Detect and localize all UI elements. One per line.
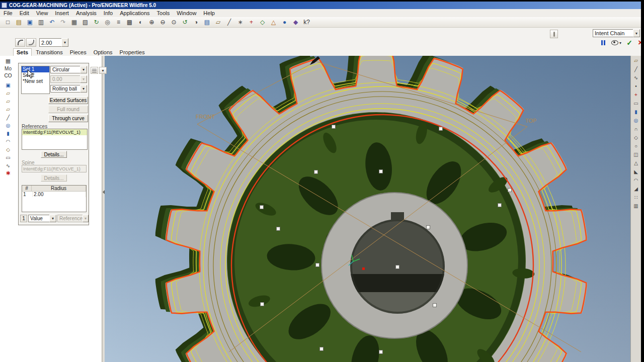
menu-applications[interactable]: Applications bbox=[116, 10, 153, 17]
blend-tool-icon[interactable]: ◇ bbox=[632, 134, 640, 142]
references-list[interactable]: IntentEdg:F11(REVOLVE_1) bbox=[22, 129, 88, 150]
zoom-in-icon[interactable]: ⊕ bbox=[147, 18, 156, 27]
draft-tool-icon[interactable]: ◣ bbox=[632, 168, 640, 176]
extend-surfaces-button[interactable]: Extend Surfaces bbox=[48, 97, 88, 104]
tree-datum-axis-icon[interactable]: ╱ bbox=[7, 113, 10, 121]
tab-options[interactable]: Options bbox=[91, 49, 116, 56]
menu-window[interactable]: Window bbox=[173, 10, 200, 17]
model-tree-grid-icon[interactable]: ▦ bbox=[6, 58, 11, 66]
model-display-icon[interactable]: ● bbox=[280, 18, 289, 27]
tab-properties[interactable]: Properties bbox=[117, 49, 148, 56]
section-shape-select[interactable]: Circular ▾ bbox=[50, 66, 87, 73]
tree-part-icon[interactable]: ▣ bbox=[6, 81, 10, 89]
radius-row-value[interactable]: 2.00 bbox=[33, 192, 86, 197]
layers-icon[interactable]: ▤ bbox=[202, 18, 212, 27]
pattern-tool-icon[interactable]: ∷ bbox=[632, 194, 640, 202]
hole-tool-icon[interactable]: ○ bbox=[632, 142, 640, 150]
spin-center-icon[interactable]: ◇ bbox=[258, 18, 267, 27]
chamfer-tool-icon[interactable]: ◢ bbox=[632, 185, 640, 193]
transition-mode-icon[interactable] bbox=[26, 38, 36, 47]
menu-edit[interactable]: Edit bbox=[16, 10, 33, 17]
rib-tool-icon[interactable]: △ bbox=[632, 159, 640, 167]
new-file-icon[interactable]: □ bbox=[3, 18, 13, 27]
tree-sketch-icon[interactable]: ▭ bbox=[6, 153, 10, 161]
refit-icon[interactable]: ⊙ bbox=[169, 18, 179, 27]
revolve-tool-icon[interactable]: ◎ bbox=[632, 117, 640, 125]
chain-filter-select[interactable]: Intent Chain ▾ bbox=[593, 29, 640, 37]
copy-icon[interactable]: ▦ bbox=[69, 18, 79, 27]
save-file-icon[interactable]: ▣ bbox=[25, 18, 35, 27]
menu-analysis[interactable]: Analysis bbox=[72, 10, 100, 17]
drag-handle[interactable] bbox=[508, 189, 512, 192]
sweep-tool-icon[interactable]: ∩ bbox=[632, 125, 640, 133]
extrude-tool-icon[interactable]: ▮ bbox=[632, 108, 640, 116]
datum-axis-display-icon[interactable]: ╱ bbox=[224, 18, 234, 27]
drag-handle[interactable] bbox=[396, 265, 399, 269]
surface-sets-icon[interactable] bbox=[91, 67, 98, 74]
drag-handle[interactable] bbox=[498, 204, 502, 207]
radius-table-row[interactable]: 1 2.00 bbox=[22, 192, 86, 197]
sketch-tool-icon[interactable]: ▭ bbox=[632, 100, 640, 108]
attachment-select[interactable]: Rolling ball ▾ bbox=[50, 85, 87, 93]
csys-display-icon[interactable]: + bbox=[247, 18, 256, 27]
shade-icon[interactable]: ◐ bbox=[136, 18, 145, 27]
drag-handle[interactable] bbox=[320, 347, 324, 351]
select-filter-icon[interactable]: ≡ bbox=[114, 18, 123, 27]
tree-round-icon[interactable]: ◠ bbox=[6, 137, 11, 145]
drag-handle[interactable] bbox=[439, 127, 443, 131]
undo-icon[interactable]: ↶ bbox=[47, 18, 57, 27]
chain-dropdown-icon[interactable]: ▾ bbox=[99, 67, 107, 74]
datum-plane-display-icon[interactable]: ▱ bbox=[213, 18, 223, 27]
repaint-icon[interactable]: ▩ bbox=[125, 18, 134, 27]
tree-pattern-icon[interactable]: ◇ bbox=[6, 145, 10, 153]
csys-tool-icon[interactable]: + bbox=[632, 91, 640, 99]
model-tree-root-node[interactable]: CO bbox=[5, 73, 12, 81]
mirror-tool-icon[interactable]: ▥ bbox=[632, 202, 640, 210]
sets-list[interactable]: Set 1Set 2*New set bbox=[21, 66, 50, 94]
saved-views-icon[interactable]: ◑ bbox=[191, 18, 201, 27]
tab-sets[interactable]: Sets bbox=[13, 48, 32, 56]
annotation-icon[interactable]: △ bbox=[269, 18, 278, 27]
drag-handle[interactable] bbox=[261, 303, 264, 306]
round-sets-icon[interactable] bbox=[15, 38, 25, 47]
tools-icon[interactable]: ◆ bbox=[291, 18, 300, 27]
print-icon[interactable]: ▥ bbox=[36, 18, 46, 27]
pin-icon[interactable] bbox=[550, 30, 558, 38]
drag-handle[interactable] bbox=[379, 350, 383, 354]
menu-file[interactable]: File bbox=[0, 10, 16, 17]
drag-handle[interactable] bbox=[277, 227, 280, 231]
datum-point-display-icon[interactable]: ∗ bbox=[235, 18, 245, 27]
tree-revolve-icon[interactable]: ◎ bbox=[6, 121, 11, 129]
round-tool-icon[interactable]: ◠ bbox=[632, 176, 640, 185]
drag-handle[interactable] bbox=[427, 226, 430, 229]
help-icon[interactable]: k? bbox=[302, 18, 311, 27]
datum-axis-tool-icon[interactable]: ╱ bbox=[632, 65, 640, 73]
datum-curve-tool-icon[interactable]: ∿ bbox=[632, 74, 640, 82]
shell-tool-icon[interactable]: ◫ bbox=[632, 151, 640, 159]
drag-handle[interactable] bbox=[260, 206, 264, 209]
drag-handle[interactable] bbox=[332, 125, 336, 129]
set-item[interactable]: Set 2 bbox=[22, 72, 49, 78]
datum-plane-tool-icon[interactable]: ▱ bbox=[632, 57, 640, 65]
set-item[interactable]: *New set bbox=[22, 78, 49, 84]
menu-view[interactable]: View bbox=[33, 10, 52, 17]
drag-handle[interactable] bbox=[316, 263, 319, 267]
tab-pieces[interactable]: Pieces bbox=[67, 49, 90, 56]
find-icon[interactable]: ◎ bbox=[103, 18, 112, 27]
reference-item[interactable]: IntentEdg:F11(REVOLVE_1) bbox=[22, 129, 87, 135]
drag-handle[interactable] bbox=[379, 170, 383, 173]
details-button[interactable]: Details... bbox=[41, 151, 67, 158]
drag-handle[interactable] bbox=[314, 170, 318, 174]
reorient-icon[interactable]: ↺ bbox=[180, 18, 190, 27]
redo-icon[interactable]: ↷ bbox=[58, 18, 68, 27]
set-item[interactable]: Set 1 bbox=[22, 66, 49, 72]
tree-datum-plane-icon[interactable]: ▱ bbox=[6, 105, 10, 113]
radius-type-select[interactable]: Value ▾ bbox=[28, 215, 56, 222]
tree-extrude-icon[interactable]: ▮ bbox=[7, 129, 10, 137]
menu-insert[interactable]: Insert bbox=[51, 10, 72, 17]
through-curve-button[interactable]: Through curve bbox=[48, 115, 88, 122]
tab-transitions[interactable]: Transitions bbox=[33, 49, 65, 56]
drag-handle[interactable] bbox=[433, 304, 437, 307]
tree-datum-plane-icon[interactable]: ▱ bbox=[6, 97, 10, 105]
regenerate-icon[interactable]: ↻ bbox=[92, 18, 101, 27]
